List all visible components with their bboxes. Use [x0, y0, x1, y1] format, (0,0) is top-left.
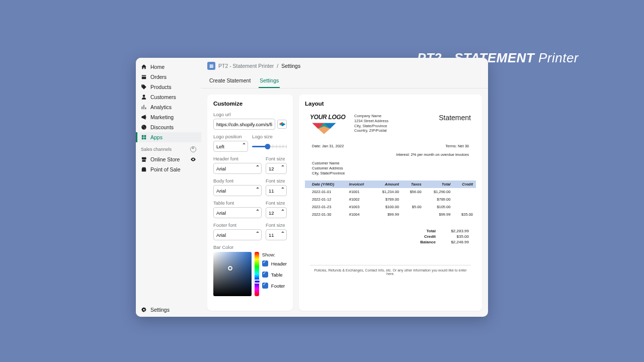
preview-table: Date (Y/M/D)Invoice#AmountTaxesTotalCred…: [305, 180, 476, 218]
eye-icon[interactable]: [190, 156, 196, 162]
show-footer-checkbox[interactable]: Footer: [262, 283, 287, 289]
color-hue-slider[interactable]: [255, 252, 259, 296]
bar-color-label: Bar Color: [213, 244, 287, 250]
logo-url-label: Logo url: [213, 112, 287, 117]
show-table-checkbox[interactable]: Table: [262, 272, 287, 278]
marketing-icon: [141, 114, 147, 120]
logo-position-label: Logo position: [213, 134, 248, 139]
home-icon: [141, 64, 147, 70]
logo-size-label: Logo size: [252, 134, 287, 139]
preview-footer: Policies, Refunds & Exchanges, Contact I…: [310, 265, 471, 276]
table-font-select[interactable]: Arial: [213, 207, 262, 218]
svg-marker-2: [282, 124, 285, 126]
sidebar-item-online-store[interactable]: Online Store: [136, 154, 201, 164]
show-header-checkbox[interactable]: Header: [262, 260, 287, 266]
layout-title: Layout: [305, 101, 476, 107]
user-icon: [141, 94, 147, 100]
logo-url-input[interactable]: [213, 119, 275, 130]
sidebar-item-analytics[interactable]: Analytics: [136, 102, 201, 112]
tag-icon: [141, 84, 147, 90]
app-logo-icon: ▦: [207, 62, 215, 70]
sidebar-item-orders[interactable]: Orders: [136, 72, 201, 82]
preview-totals: Total$2,283.99 Credit$35.00 Balance$2,24…: [305, 228, 476, 245]
svg-marker-1: [279, 122, 282, 124]
add-channel-icon[interactable]: [190, 146, 196, 152]
sidebar: Home Orders Products Customers Analytics…: [136, 58, 201, 317]
breadcrumb-app[interactable]: PT2 - Statement Printer: [218, 63, 274, 69]
tab-settings[interactable]: Settings: [259, 74, 280, 88]
table-row: 2022-01-30#1004$99.99$99.99$35.00: [305, 211, 476, 218]
logo-position-select[interactable]: Left: [213, 141, 248, 152]
body-font-size-select[interactable]: 11: [266, 185, 287, 196]
preview-statement-label: Statement: [439, 114, 471, 137]
store-icon: [141, 156, 147, 162]
footer-font-size-select[interactable]: 11: [266, 229, 287, 240]
footer-font-select[interactable]: Arial: [213, 229, 262, 240]
body-font-select[interactable]: Arial: [213, 185, 262, 196]
header-font-size-select[interactable]: 12: [266, 163, 287, 174]
customize-panel: Customize Logo url Logo position Left Lo…: [207, 95, 293, 311]
sales-channels-header: Sales channels: [136, 142, 201, 154]
logo-size-slider[interactable]: [252, 146, 287, 147]
sidebar-item-home[interactable]: Home: [136, 62, 201, 72]
preview-logo: YOUR LOGO: [310, 114, 349, 137]
table-font-size-select[interactable]: 12: [266, 207, 287, 218]
sidebar-item-marketing[interactable]: Marketing: [136, 112, 201, 122]
discount-icon: [141, 124, 147, 130]
analytics-icon: [141, 104, 147, 110]
statement-preview: YOUR LOGO Company Name 1234 Street Addre…: [305, 112, 476, 276]
sidebar-item-customers[interactable]: Customers: [136, 92, 201, 102]
sidebar-item-apps[interactable]: Apps: [136, 132, 201, 142]
preview-customer: Customer Name Customer Address City, Sta…: [305, 161, 476, 175]
apps-icon: [141, 134, 147, 140]
layout-panel: Layout YOUR LOGO Company Name 1234 Stree…: [299, 95, 482, 311]
table-row: 2022-01-12#1002$789.00$789.00: [305, 196, 476, 203]
preview-company: Company Name 1234 Street Address City, S…: [354, 114, 388, 133]
show-label: Show:: [262, 252, 287, 257]
table-row: 2022-01-23#1003$100.00$5.00$105.00: [305, 203, 476, 211]
customize-title: Customize: [213, 101, 287, 107]
header-font-select[interactable]: Arial: [213, 163, 262, 174]
sidebar-item-products[interactable]: Products: [136, 82, 201, 92]
sidebar-settings[interactable]: Settings: [136, 303, 201, 317]
tabs: Create Statement Settings: [201, 74, 488, 88]
pos-icon: [141, 166, 147, 172]
color-saturation-value[interactable]: [213, 252, 252, 296]
sidebar-item-discounts[interactable]: Discounts: [136, 122, 201, 132]
breadcrumb: ▦ PT2 - Statement Printer / Settings: [201, 58, 488, 74]
logo-preview-thumb: [277, 120, 287, 129]
table-row: 2022-01-01#1001$1,234.00$56.00$1,290.00: [305, 188, 476, 196]
sidebar-item-pos[interactable]: Point of Sale: [136, 164, 201, 174]
breadcrumb-current: Settings: [281, 63, 300, 69]
tab-create-statement[interactable]: Create Statement: [208, 74, 252, 88]
orders-icon: [141, 74, 147, 80]
gear-icon: [141, 307, 147, 313]
